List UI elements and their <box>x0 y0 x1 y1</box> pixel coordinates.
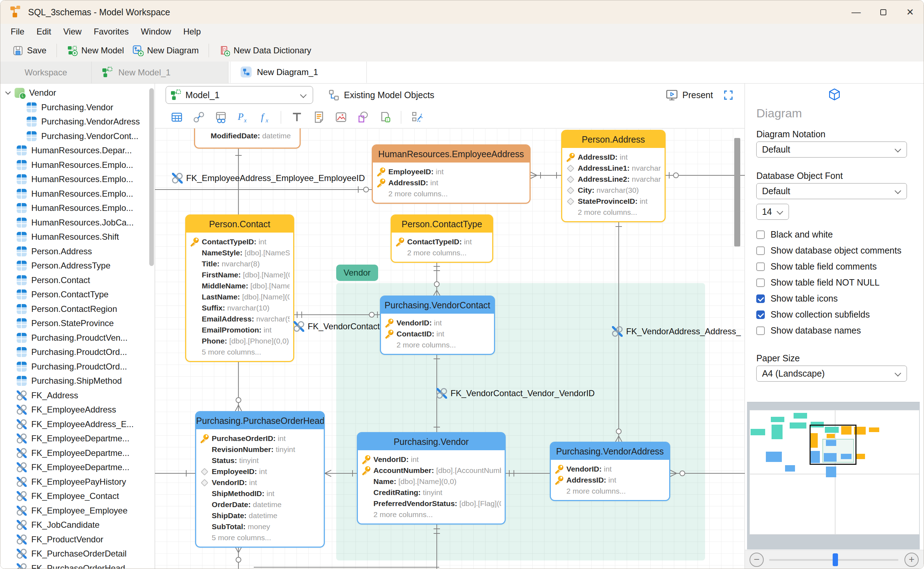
tree-item[interactable]: Purchasing.VendorCont... <box>0 129 155 144</box>
more-columns[interactable]: 2 more columns... <box>358 509 505 520</box>
checkbox[interactable] <box>756 262 765 271</box>
entity-field[interactable]: AccountNumber [dbo].[AccountNumber]... <box>361 465 501 476</box>
entity-field[interactable]: Title nvarchar(8) <box>190 258 290 269</box>
entity-field[interactable]: ContactID int <box>384 328 490 339</box>
text-icon[interactable] <box>291 111 303 123</box>
entity-field[interactable]: PurchaseOrderID int <box>200 433 320 444</box>
shape-icon[interactable] <box>357 111 369 123</box>
menu-item[interactable]: Edit <box>30 27 57 37</box>
entity-field[interactable]: Phone [dbo].[Phone](0,0) <box>190 335 290 346</box>
entity-field[interactable]: AddressLine2 nvarchar(... <box>566 173 661 184</box>
menu-item[interactable]: View <box>57 27 88 37</box>
minimize-button[interactable]: — <box>843 0 869 24</box>
checkbox[interactable] <box>756 327 765 335</box>
fk-label[interactable]: FK_VendorContact_Vendor_VendorID <box>436 388 595 399</box>
entity-field[interactable]: OrderDate datetime <box>200 499 320 510</box>
entity-purchasing-vendor[interactable]: Purchasing.Vendor VendorID int AccountNu… <box>357 432 506 525</box>
tree-item[interactable]: Purchasing.ShipMethod <box>0 374 155 388</box>
add-view-icon[interactable] <box>215 111 227 123</box>
paper-size-select[interactable]: A4 (Landscape) <box>756 365 907 382</box>
tree-item[interactable]: FK_Employee_Employee <box>0 504 155 518</box>
tree-item[interactable]: HumanResources.Depar... <box>0 143 155 158</box>
new-diagram-button[interactable]: New Diagram <box>128 45 203 56</box>
entity-field[interactable]: SubTotal money <box>200 521 320 532</box>
tab-new-diagram-1[interactable]: New Diagram_1 <box>230 61 367 83</box>
chevron-down-icon[interactable] <box>5 89 12 96</box>
zoom-out-icon[interactable]: − <box>750 553 764 567</box>
entity-field[interactable]: NameStyle [dbo].[NameSt... <box>190 247 290 258</box>
fk-label[interactable]: FK_VendorAddress_Address_ <box>612 326 741 337</box>
entity-field[interactable]: City nvarchar(30) <box>566 184 661 196</box>
entity-person-contact[interactable]: Person.Contact ContactTypeID int NameSty… <box>185 215 294 362</box>
entity-field[interactable]: AddressID int <box>376 177 526 188</box>
more-columns[interactable]: 5 more columns... <box>196 532 324 543</box>
entity-field[interactable]: LastName [dbo].[Name](0... <box>190 291 290 302</box>
object-font-select[interactable]: Default <box>756 183 907 199</box>
entity-field[interactable]: EmployeeID int <box>200 466 320 477</box>
tree-item[interactable]: HumanResources.Shift <box>0 230 155 244</box>
tree-item[interactable]: Purchasing.ProudctOrd... <box>0 345 155 359</box>
tree-item[interactable]: HumanResources.JobCa... <box>0 216 155 230</box>
more-columns[interactable]: 2 more columns... <box>551 485 669 496</box>
entity-header[interactable]: Purchasing.Vendor <box>358 433 505 450</box>
minimap-viewport[interactable] <box>810 424 856 465</box>
entity-field[interactable]: ContactTypeID int <box>395 236 489 247</box>
tree-item[interactable]: FK_JobCandidate <box>0 518 155 532</box>
fk-label[interactable]: FK_VendorContact <box>294 321 380 332</box>
entity-header[interactable]: Purchasing.VendorContact <box>381 297 494 313</box>
tree-item[interactable]: FK_EmployeeDepartme... <box>0 446 155 461</box>
tree-item[interactable]: HumanResources.Emplo... <box>0 172 155 187</box>
more-columns[interactable]: 5 more columns... <box>186 346 293 358</box>
entity-field[interactable]: VendorID int <box>361 454 501 465</box>
entity-field[interactable]: CreditRating tinyint <box>361 487 501 498</box>
checkbox-row[interactable]: Black and white <box>756 227 901 242</box>
checkbox-row[interactable]: Show table icons <box>756 291 901 307</box>
entity-field[interactable]: EmailPromotion int <box>190 324 290 335</box>
function-icon[interactable]: fx <box>259 111 271 123</box>
entity-field[interactable]: MiddleName [dbo].[Name]... <box>190 280 290 291</box>
entity-field[interactable]: EmailAddress nvarchar(50) <box>190 313 290 324</box>
more-columns[interactable]: 2 more columns... <box>562 207 665 218</box>
notation-select[interactable]: Default <box>756 141 907 158</box>
menu-item[interactable]: Favorites <box>88 27 135 37</box>
cube-icon[interactable] <box>828 88 841 101</box>
tree-item[interactable]: HumanResources.Emplo... <box>0 187 155 201</box>
tree-item[interactable]: FK_ProductVendor <box>0 532 155 547</box>
sidebar-scrollbar[interactable] <box>149 88 154 266</box>
checkbox-row[interactable]: Show table field comments <box>756 259 901 275</box>
entity-header[interactable]: HumanResources.EmployeeAddress <box>373 146 530 163</box>
tree-item[interactable]: Vendor <box>0 86 155 100</box>
entity-field[interactable]: VendorID int <box>554 463 666 475</box>
tree-item[interactable]: FK_EmployeeDepartme... <box>0 431 155 446</box>
tab-new-model-1[interactable]: New Model_1 <box>92 61 229 83</box>
tree-item[interactable]: HumanResources.Emplo... <box>0 201 155 216</box>
add-container-icon[interactable]: L <box>379 111 391 123</box>
tree-item[interactable]: FK_PurchaseOrderDetail <box>0 546 155 561</box>
more-columns[interactable]: 2 more columns... <box>391 247 492 258</box>
tree-item[interactable]: Purchasing.ProudctOrd... <box>0 359 155 374</box>
entity-purchasing-vendoraddress[interactable]: Purchasing.VendorAddress VendorID int Ad… <box>550 442 670 501</box>
entity-field[interactable]: StateProvinceID int <box>566 196 661 207</box>
container-label[interactable]: Vendor <box>336 265 378 281</box>
tree-item[interactable]: Purchasing.VendorAdress <box>0 114 155 129</box>
image-icon[interactable] <box>335 111 347 123</box>
tab-workspace[interactable]: Workspace <box>0 61 92 83</box>
menu-item[interactable]: Help <box>178 27 207 37</box>
tree-item[interactable]: HumanResources.Emplo... <box>0 158 155 172</box>
zoom-slider-thumb[interactable] <box>833 553 838 566</box>
add-relationship-icon[interactable] <box>193 111 205 123</box>
entity-field[interactable]: VendorID int <box>384 317 490 328</box>
checkbox[interactable] <box>756 278 765 287</box>
checkbox-row[interactable]: Show database object comments <box>756 242 901 259</box>
entity-field[interactable]: AddressID int <box>566 152 661 163</box>
checkbox-row[interactable]: Show database names <box>756 323 901 339</box>
entity-field[interactable]: FirstName [dbo].[Name](0... <box>190 269 290 280</box>
tree-item[interactable]: FK_EmployeeAddress_E... <box>0 417 155 432</box>
entity-field[interactable]: ModifiedDate datetime <box>199 130 296 141</box>
entity-field[interactable]: Name [dbo].[Name](0,0) <box>361 476 501 487</box>
entity-header[interactable]: Purchasing.PurchaseOrderHeader <box>196 412 324 429</box>
tree-item[interactable]: Purchasing.ProudctVen... <box>0 331 155 345</box>
minimap[interactable] <box>747 402 920 549</box>
tree-item[interactable]: Purchasing.Vendor <box>0 100 155 115</box>
tree-item[interactable]: Person.ContactType <box>0 288 155 302</box>
